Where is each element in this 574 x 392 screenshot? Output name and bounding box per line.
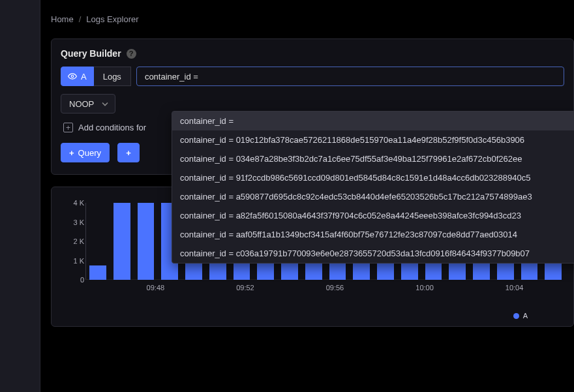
suggestion-item[interactable]: container_id = a590877d695dc8c92c4edc53c… — [172, 187, 574, 206]
eye-icon — [68, 73, 77, 80]
help-icon[interactable]: ? — [127, 49, 136, 59]
bar[interactable] — [113, 203, 130, 280]
suggestion-item[interactable]: container_id = — [172, 112, 574, 130]
suggestion-item[interactable]: container_id = 019c12bfa378cae5726211868… — [172, 130, 574, 149]
source-label: Logs — [103, 72, 121, 82]
x-tick: 09:56 — [326, 284, 344, 292]
query-toggle-a[interactable]: A — [61, 67, 94, 86]
x-tick: 09:52 — [236, 284, 254, 292]
suggestion-item[interactable]: container_id = 91f2ccdb986c5691ccd09d801… — [172, 168, 574, 187]
y-tick: 2 K — [73, 237, 84, 245]
filter-input[interactable] — [145, 67, 556, 85]
legend-label: A — [523, 312, 528, 320]
y-tick: 0 — [80, 276, 84, 284]
query-builder-title: Query Builder ? — [61, 48, 564, 59]
main-content: Home / Logs Explorer Query Builder ? A L… — [40, 0, 574, 392]
svg-point-0 — [71, 75, 74, 78]
chevron-down-icon — [102, 99, 108, 109]
y-tick: 1 K — [73, 257, 84, 265]
plus-square-icon: + — [63, 123, 73, 132]
legend-swatch — [513, 313, 519, 319]
filter-input-wrap — [136, 67, 564, 86]
bar[interactable] — [138, 203, 155, 280]
breadcrumb: Home / Logs Explorer — [40, 0, 574, 38]
x-tick: 10:00 — [415, 284, 434, 292]
breadcrumb-home[interactable]: Home — [51, 14, 74, 24]
source-select-logs[interactable]: Logs — [94, 67, 131, 86]
aggregate-select-value: NOOP — [69, 99, 94, 109]
run-query-label: Query — [78, 148, 101, 158]
aggregate-select[interactable]: NOOP — [61, 94, 115, 113]
y-tick: 3 K — [73, 219, 84, 226]
add-conditions-label: Add conditions for — [78, 123, 146, 132]
suggestion-item[interactable]: container_id = 034e87a28be3f3b2dc7a1c6ee… — [172, 149, 574, 168]
add-button[interactable]: + — [117, 143, 140, 162]
suggestion-item[interactable]: container_id = aaf05ff1a1b1349bcf3415af4… — [172, 225, 574, 244]
filter-suggestions-dropdown: container_id = container_id = 019c12bfa3… — [172, 111, 574, 264]
y-tick: 4 K — [73, 199, 84, 207]
plus-icon: + — [126, 148, 131, 158]
x-tick: 09:48 — [147, 284, 165, 292]
bar[interactable] — [89, 265, 106, 280]
breadcrumb-current: Logs Explorer — [86, 14, 138, 24]
query-builder-title-text: Query Builder — [61, 48, 121, 59]
breadcrumb-sep: / — [79, 14, 82, 24]
x-tick: 10:04 — [506, 284, 524, 292]
suggestion-item[interactable]: container_id = a82fa5f6015080a4643f37f97… — [172, 206, 574, 225]
suggestion-item[interactable]: container_id = c036a19791b770093e6e0e287… — [172, 244, 574, 263]
query-label: A — [81, 72, 87, 82]
plus-icon: + — [69, 148, 74, 158]
nav-rail[interactable] — [0, 0, 40, 392]
y-axis: 4 K 3 K 2 K 1 K 0 — [66, 203, 84, 280]
chart-legend: A — [513, 312, 528, 320]
run-query-button[interactable]: + Query — [61, 143, 110, 162]
